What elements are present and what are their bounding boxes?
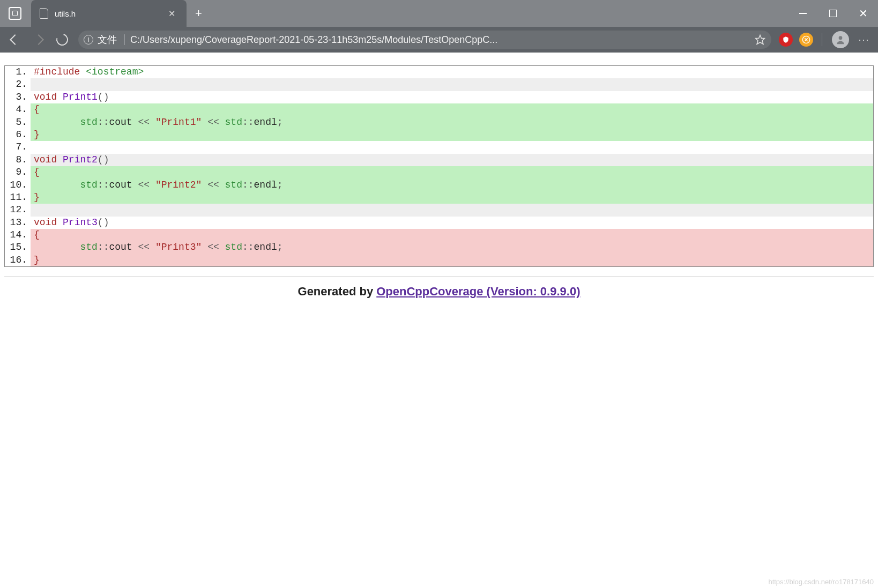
code-text: { bbox=[31, 103, 873, 116]
code-text bbox=[31, 78, 873, 91]
line-number: 11 bbox=[5, 191, 31, 204]
favorite-button[interactable] bbox=[754, 34, 766, 46]
extension-adblock-icon[interactable] bbox=[779, 33, 793, 47]
site-info-icon[interactable]: i bbox=[84, 35, 93, 44]
line-number: 7 bbox=[5, 141, 31, 153]
code-line: 15 std::cout << "Print3" << std::endl; bbox=[5, 241, 873, 254]
titlebar-drag-region[interactable] bbox=[211, 0, 788, 27]
line-number: 8 bbox=[5, 154, 31, 166]
footer-prefix: Generated by bbox=[298, 285, 377, 298]
code-line: 7 bbox=[5, 141, 873, 153]
line-number: 15 bbox=[5, 241, 31, 254]
code-line: 12 bbox=[5, 204, 873, 216]
line-number: 14 bbox=[5, 229, 31, 241]
code-line: 8void Print2() bbox=[5, 154, 873, 166]
code-text: } bbox=[31, 129, 873, 141]
code-line: 14{ bbox=[5, 229, 873, 241]
code-text: std::cout << "Print2" << std::endl; bbox=[31, 179, 873, 191]
code-text: } bbox=[31, 254, 873, 266]
url-separator bbox=[124, 34, 125, 45]
line-number: 9 bbox=[5, 166, 31, 178]
code-text: { bbox=[31, 229, 873, 241]
code-text: #include <iostream> bbox=[31, 66, 873, 78]
file-icon bbox=[40, 8, 48, 19]
line-number: 12 bbox=[5, 204, 31, 216]
line-number: 3 bbox=[5, 91, 31, 103]
code-listing: 1#include <iostream>2 3void Print1()4{5 … bbox=[4, 65, 874, 267]
code-text: void Print3() bbox=[31, 217, 873, 229]
toolbar-separator bbox=[822, 33, 822, 46]
code-line: 1#include <iostream> bbox=[5, 66, 873, 78]
code-text: } bbox=[31, 191, 873, 204]
line-number: 1 bbox=[5, 66, 31, 78]
code-line: 5 std::cout << "Print1" << std::endl; bbox=[5, 116, 873, 129]
code-line: 11} bbox=[5, 191, 873, 204]
window-maximize-button[interactable] bbox=[818, 0, 848, 27]
code-line: 3void Print1() bbox=[5, 91, 873, 103]
tab-close-button[interactable]: ✕ bbox=[164, 6, 179, 21]
nav-reload-button[interactable] bbox=[51, 29, 73, 50]
tab-title: utils.h bbox=[55, 9, 164, 18]
code-line: 4{ bbox=[5, 103, 873, 116]
new-tab-button[interactable]: + bbox=[187, 0, 211, 27]
app-menu-button[interactable] bbox=[0, 0, 30, 27]
code-text: std::cout << "Print1" << std::endl; bbox=[31, 116, 873, 129]
url-scheme-label: 文件 bbox=[98, 33, 117, 46]
window-close-button[interactable]: ✕ bbox=[848, 0, 878, 27]
code-text bbox=[31, 141, 873, 153]
line-number: 2 bbox=[5, 78, 31, 91]
nav-back-button[interactable] bbox=[4, 29, 26, 50]
extension-icon[interactable] bbox=[799, 33, 813, 47]
code-text: { bbox=[31, 166, 873, 178]
horizontal-rule bbox=[4, 277, 874, 277]
line-number: 5 bbox=[5, 116, 31, 129]
url-path: C:/Users/xupeng/CoverageReport-2021-05-2… bbox=[130, 34, 750, 46]
line-number: 10 bbox=[5, 179, 31, 191]
code-line: 9{ bbox=[5, 166, 873, 178]
code-line: 13void Print3() bbox=[5, 217, 873, 229]
line-number: 16 bbox=[5, 254, 31, 266]
code-text: std::cout << "Print3" << std::endl; bbox=[31, 241, 873, 254]
svg-point-2 bbox=[839, 36, 843, 40]
svg-marker-0 bbox=[756, 35, 765, 44]
code-line: 6} bbox=[5, 129, 873, 141]
page-content: 1#include <iostream>2 3void Print1()4{5 … bbox=[0, 53, 878, 588]
code-line: 16} bbox=[5, 254, 873, 266]
watermark: https://blog.csdn.net/ro178171640 bbox=[768, 578, 874, 586]
browser-menu-button[interactable]: ··· bbox=[854, 30, 874, 49]
window-minimize-button[interactable] bbox=[788, 0, 818, 27]
app-icon bbox=[9, 7, 21, 20]
code-text bbox=[31, 204, 873, 216]
profile-avatar[interactable] bbox=[832, 31, 849, 48]
address-bar[interactable]: i 文件 C:/Users/xupeng/CoverageReport-2021… bbox=[78, 31, 771, 49]
line-number: 6 bbox=[5, 129, 31, 141]
browser-toolbar: i 文件 C:/Users/xupeng/CoverageReport-2021… bbox=[0, 27, 878, 53]
opencppcoverage-link[interactable]: OpenCppCoverage (Version: 0.9.9.0) bbox=[376, 285, 580, 298]
code-text: void Print2() bbox=[31, 154, 873, 166]
code-line: 2 bbox=[5, 78, 873, 91]
code-line: 10 std::cout << "Print2" << std::endl; bbox=[5, 179, 873, 191]
footer: Generated by OpenCppCoverage (Version: 0… bbox=[4, 280, 874, 309]
code-text: void Print1() bbox=[31, 91, 873, 103]
browser-tab[interactable]: utils.h ✕ bbox=[31, 0, 187, 27]
line-number: 4 bbox=[5, 103, 31, 116]
nav-forward-button[interactable] bbox=[28, 29, 49, 50]
line-number: 13 bbox=[5, 217, 31, 229]
window-titlebar: utils.h ✕ + ✕ bbox=[0, 0, 878, 27]
